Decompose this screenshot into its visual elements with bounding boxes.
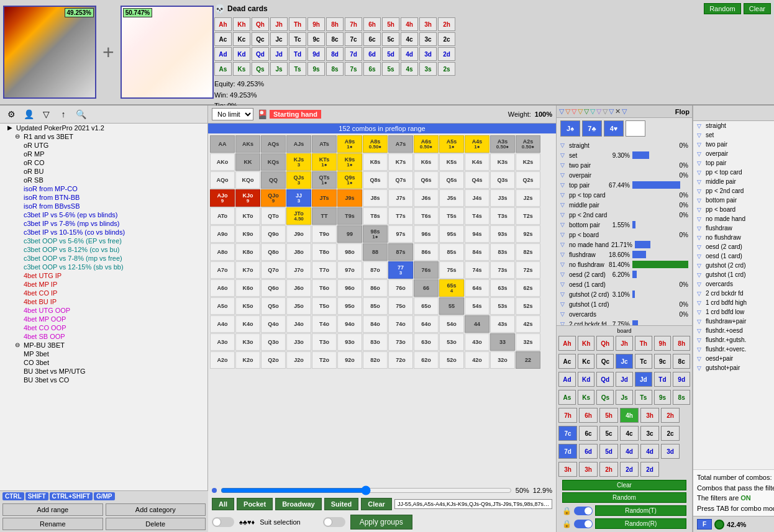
board-Tc[interactable]: Tc	[635, 354, 652, 369]
cell-92o[interactable]: 92o	[337, 351, 362, 369]
cell-Q4o[interactable]: Q4o	[261, 315, 286, 333]
cell-AJs[interactable]: AJs	[286, 135, 311, 153]
card-Jc[interactable]: Jc	[270, 32, 288, 46]
cell-Q9s[interactable]: Q9s1●	[337, 171, 362, 189]
card-Ah[interactable]: Ah	[214, 17, 232, 31]
cell-Q6s[interactable]: Q6s	[414, 171, 439, 189]
cell-TT[interactable]: TT	[312, 207, 337, 225]
cell-AKs[interactable]: AKs	[235, 135, 260, 153]
cell-72s[interactable]: 72s	[516, 261, 540, 279]
card-9s[interactable]: 9s	[307, 62, 325, 76]
cell-87s[interactable]: 87s	[388, 243, 413, 261]
board-Ad[interactable]: Ad	[558, 372, 576, 387]
sidebar-item-4bet-co-ip[interactable]: 4bet CO IP	[21, 289, 207, 297]
add-range-button[interactable]: Add range	[2, 503, 103, 516]
cell-86s[interactable]: 86s	[414, 243, 439, 261]
card-7h[interactable]: 7h	[345, 17, 362, 31]
clear-dead-cards-button[interactable]: Clear	[744, 3, 771, 14]
apply-groups-button[interactable]: Apply groups	[350, 515, 412, 530]
card-2d[interactable]: 2d	[438, 47, 455, 61]
suit-selection-toggle[interactable]	[212, 517, 234, 527]
cell-J5s[interactable]: J5s	[439, 189, 464, 207]
all-button[interactable]: All	[212, 498, 234, 510]
range-slider[interactable]	[221, 488, 512, 493]
card-4h[interactable]: 4h	[401, 17, 418, 31]
board-Ac[interactable]: Ac	[558, 354, 576, 369]
card-Js[interactable]: Js	[270, 62, 288, 76]
cell-32o[interactable]: 32o	[490, 351, 515, 369]
board-5d[interactable]: 5d	[599, 444, 618, 459]
cell-62s[interactable]: 62s	[516, 279, 540, 297]
board-3c[interactable]: 3c	[640, 426, 659, 441]
card-9h[interactable]: 9h	[307, 17, 325, 31]
sidebar-item-or-co[interactable]: oR CO	[21, 158, 207, 167]
cell-73s[interactable]: 73s	[490, 261, 515, 279]
cell-A4s[interactable]: A4s1●	[465, 135, 489, 153]
flop-card-2[interactable]: 7♣	[582, 120, 602, 137]
share-icon[interactable]: ↑	[57, 108, 70, 120]
lock-icon-1[interactable]: 🔒	[562, 507, 571, 515]
sidebar-item-co-3bet[interactable]: CO 3bet	[21, 358, 207, 367]
cell-QTs[interactable]: QTs1●	[312, 171, 337, 189]
key-ctrl-shift[interactable]: CTRL+SHIFT	[50, 492, 93, 500]
board-6d[interactable]: 6d	[579, 444, 598, 459]
cell-97o[interactable]: 97o	[337, 261, 362, 279]
card-8s[interactable]: 8s	[326, 62, 344, 76]
cell-JJ[interactable]: JJ3	[286, 189, 311, 207]
cell-62o[interactable]: 62o	[414, 351, 439, 369]
cell-Q2o[interactable]: Q2o	[261, 351, 286, 369]
sidebar-item-4bet-sb-oop[interactable]: 4bet SB OOP	[21, 332, 207, 341]
cell-T9o[interactable]: T9o	[312, 225, 337, 243]
cell-AQs[interactable]: AQs	[261, 135, 286, 153]
search-icon[interactable]: 🔍	[75, 108, 87, 120]
cell-76o[interactable]: 76o	[388, 279, 413, 297]
card-Kh[interactable]: Kh	[233, 17, 250, 31]
cell-K8o[interactable]: K8o	[235, 243, 260, 261]
cell-QJs[interactable]: QJs3	[286, 171, 311, 189]
board-Qs[interactable]: Qs	[596, 390, 614, 405]
cell-J6o[interactable]: J6o	[286, 279, 311, 297]
cell-54o[interactable]: 54o	[439, 315, 464, 333]
card-5d[interactable]: 5d	[382, 47, 399, 61]
board-Kd[interactable]: Kd	[578, 372, 595, 387]
lock-icon-2[interactable]: 🔒	[562, 520, 571, 528]
cell-K2o[interactable]: K2o	[235, 351, 260, 369]
card-3s[interactable]: 3s	[419, 62, 437, 76]
filter-icon-5[interactable]: ▽	[584, 107, 589, 115]
filter-icon-6[interactable]: ▽	[590, 107, 595, 115]
cell-T6o[interactable]: T6o	[312, 279, 337, 297]
sidebar-item-isor-btn-bb[interactable]: isoR from BTN-BB	[21, 193, 207, 202]
cell-KJs[interactable]: KJs3	[286, 153, 311, 171]
cell-94s[interactable]: 94s	[465, 225, 489, 243]
card-6s[interactable]: 6s	[363, 62, 381, 76]
card-7s[interactable]: 7s	[345, 62, 362, 76]
flop-card-1[interactable]: J♠	[560, 120, 580, 137]
cell-J7o[interactable]: J7o	[286, 261, 311, 279]
cell-J9s[interactable]: J9s	[337, 189, 362, 207]
cell-A5s[interactable]: A5s1●	[439, 135, 464, 153]
cell-T3o[interactable]: T3o	[312, 333, 337, 351]
cell-Q5s[interactable]: Q5s	[439, 171, 464, 189]
cell-K7s[interactable]: K7s	[388, 153, 413, 171]
cell-J7s[interactable]: J7s	[388, 189, 413, 207]
board-5c[interactable]: 5c	[599, 426, 618, 441]
hand-grid-wrapper[interactable]: AAAKsAQsAJsATsA9s1●A8s0.50●A7sA6s0.50●A5…	[208, 133, 556, 485]
cell-Q7o[interactable]: Q7o	[261, 261, 286, 279]
board-Qd[interactable]: Qd	[596, 372, 614, 387]
card-2c[interactable]: 2c	[438, 32, 455, 46]
card-5h[interactable]: 5h	[382, 17, 399, 31]
card-3c[interactable]: 3c	[419, 32, 437, 46]
board-5h[interactable]: 5h	[599, 408, 618, 423]
cell-84s[interactable]: 84s	[465, 243, 489, 261]
cell-T8o[interactable]: T8o	[312, 243, 337, 261]
cell-J3o[interactable]: J3o	[286, 333, 311, 351]
cell-88[interactable]: 88	[363, 243, 388, 261]
cell-T3s[interactable]: T3s	[490, 207, 515, 225]
card-5c[interactable]: 5c	[382, 32, 399, 46]
cell-A2o[interactable]: A2o	[210, 351, 235, 369]
lock-toggle-2[interactable]	[574, 520, 593, 528]
sidebar-item-c3bet-oop-56[interactable]: c3bet OOP vs 5-6% (EP vs free)	[21, 237, 207, 245]
key-shift[interactable]: SHIFT	[25, 492, 48, 500]
cell-J9o[interactable]: J9o	[286, 225, 311, 243]
cell-A8o[interactable]: A8o	[210, 243, 235, 261]
